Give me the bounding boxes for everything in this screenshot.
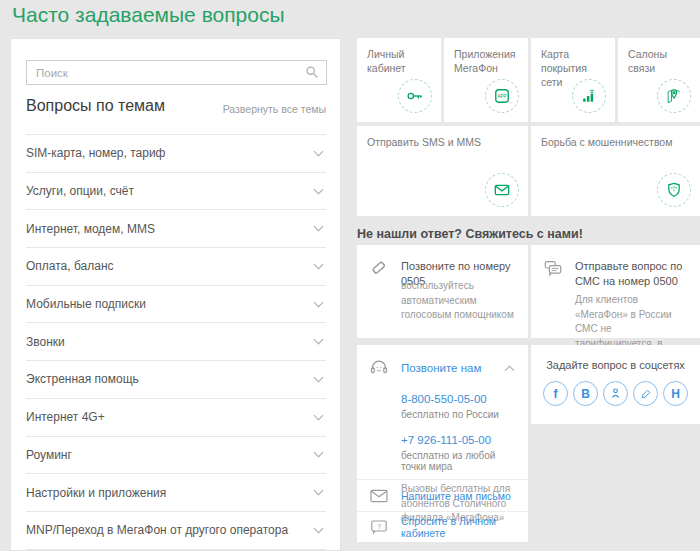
topic-row[interactable]: Мобильные подписки <box>26 286 326 324</box>
chevron-down-icon <box>314 184 324 194</box>
phone-icon <box>368 257 390 279</box>
topics-list: SIM-карта, номер, тариф Услуги, опции, с… <box>26 134 326 550</box>
topic-label: Настройки и приложения <box>26 486 174 500</box>
topic-row[interactable]: Звонки <box>26 323 326 361</box>
app-icon: APP <box>485 79 519 113</box>
ask-cabinet-row[interactable]: ? Спросите в Личном кабинете <box>357 511 528 542</box>
call-us-card: Позвоните нам 8-800-550-05-00 бесплатно … <box>357 345 528 542</box>
tile-coverage-map[interactable]: Карта покрытия сети <box>531 38 615 122</box>
tile-anti-fraud[interactable]: Борьба с мошенничеством <box>531 126 700 216</box>
tile-label: Личный кабинет <box>367 47 435 75</box>
livejournal-pencil-icon[interactable] <box>633 381 658 406</box>
letter-icon <box>369 488 389 504</box>
tile-send-sms-mms[interactable]: Отправить SMS и MMS <box>357 126 528 216</box>
topic-row[interactable]: Услуги, опции, счёт <box>26 173 326 211</box>
topic-label: Мобильные подписки <box>26 297 154 311</box>
page-title: Часто задаваемые вопросы <box>12 3 285 27</box>
chevron-down-icon <box>314 448 324 458</box>
call-us-title[interactable]: Позвоните нам <box>401 362 481 374</box>
sms-0500-card: Отправьте вопрос по СМС на номер 0500 Дл… <box>531 245 700 338</box>
tile-megafon-apps[interactable]: Приложения МегаФон APP <box>444 38 528 122</box>
phone-note-russia: бесплатно по России <box>401 409 520 420</box>
phone-number-russia[interactable]: 8-800-550-05-00 <box>401 393 487 405</box>
search-icon[interactable] <box>305 65 319 79</box>
chevron-down-icon <box>314 486 324 496</box>
topic-row[interactable]: SIM-карта, номер, тариф <box>26 135 326 173</box>
chevron-down-icon <box>314 523 324 533</box>
tile-retail-stores[interactable]: Салоны связи <box>618 38 700 122</box>
shield-icon <box>657 173 691 207</box>
topic-label: Интернет 4G+ <box>26 410 113 424</box>
svg-text:?: ? <box>377 522 381 531</box>
sms-0500-title: Отправьте вопрос по СМС на номер 0500 <box>575 259 690 289</box>
svg-text:APP: APP <box>497 94 506 99</box>
write-letter-link: Напишите нам письмо <box>401 490 511 502</box>
social-icons-row: f B H <box>531 381 700 406</box>
topic-label: Экстренная помощь <box>26 372 147 386</box>
phone-number-world[interactable]: +7 926-111-05-00 <box>401 434 491 446</box>
search-box <box>26 60 327 85</box>
tile-personal-account[interactable]: Личный кабинет <box>357 38 441 122</box>
faq-panel: Вопросы по темам Развернуть все темы SIM… <box>10 38 341 551</box>
chevron-down-icon <box>314 410 324 420</box>
call-0505-text: воспользуйтесь автоматическим голосовым … <box>401 279 519 323</box>
topic-row[interactable]: Роуминг <box>26 437 326 475</box>
facebook-icon[interactable]: f <box>543 381 568 406</box>
topics-header: Вопросы по темам Развернуть все темы <box>26 97 326 115</box>
tile-label: Приложения МегаФон <box>454 47 522 75</box>
envelope-icon <box>485 173 519 207</box>
faq-page: Часто задаваемые вопросы Вопросы по тема… <box>0 0 700 551</box>
topic-row[interactable]: Интернет 4G+ <box>26 399 326 437</box>
chat-question-icon: ? <box>369 519 389 535</box>
topic-label: MNP/Переход в МегаФон от другого операто… <box>26 523 296 537</box>
vk-icon[interactable]: B <box>573 381 598 406</box>
map-pin-icon <box>657 79 691 113</box>
topic-row[interactable]: Настройки и приложения <box>26 474 326 512</box>
h-network-icon[interactable]: H <box>663 381 688 406</box>
topic-row[interactable]: Оплата, баланс <box>26 248 326 286</box>
tile-label: Отправить SMS и MMS <box>367 135 522 149</box>
coverage-icon <box>572 79 606 113</box>
topic-label: Услуги, опции, счёт <box>26 184 142 198</box>
topics-title: Вопросы по темам <box>26 97 165 115</box>
chevron-down-icon <box>314 259 324 269</box>
chevron-down-icon <box>314 335 324 345</box>
topic-row[interactable]: MNP/Переход в МегаФон от другого операто… <box>26 512 326 550</box>
topic-label: Звонки <box>26 335 73 349</box>
topic-label: Роуминг <box>26 448 80 462</box>
headset-icon <box>368 357 390 379</box>
contact-heading: Не нашли ответ? Свяжитесь с нами! <box>357 227 583 241</box>
expand-all-link[interactable]: Развернуть все темы <box>223 103 326 115</box>
topic-label: Интернет, модем, MMS <box>26 222 163 236</box>
chevron-down-icon <box>314 222 324 232</box>
topic-label: SIM-карта, номер, тариф <box>26 146 173 160</box>
chevron-down-icon <box>314 146 324 156</box>
odnoklassniki-icon[interactable] <box>603 381 628 406</box>
chevron-up-icon[interactable] <box>505 366 515 376</box>
chevron-down-icon <box>314 297 324 307</box>
call-0505-card: Позвоните по номеру 0505 воспользуйтесь … <box>357 245 528 338</box>
ask-cabinet-link: Спросите в Личном кабинете <box>401 515 516 539</box>
topic-label: Оплата, баланс <box>26 259 122 273</box>
tile-label: Борьба с мошенничеством <box>541 135 694 149</box>
key-icon <box>398 79 432 113</box>
social-card: Задайте вопрос в соцсетях f B H <box>531 345 700 424</box>
topic-row[interactable]: Экстренная помощь <box>26 361 326 399</box>
chevron-down-icon <box>314 373 324 383</box>
tile-label: Салоны связи <box>628 47 694 75</box>
phone-note-world: бесплатно из любой точки мира <box>401 450 520 472</box>
topic-row[interactable]: Интернет, модем, MMS <box>26 210 326 248</box>
search-input[interactable] <box>26 60 327 85</box>
write-letter-row[interactable]: Напишите нам письмо <box>357 479 528 511</box>
social-title: Задайте вопрос в соцсетях <box>531 359 700 371</box>
chat-bubbles-icon <box>542 257 564 279</box>
